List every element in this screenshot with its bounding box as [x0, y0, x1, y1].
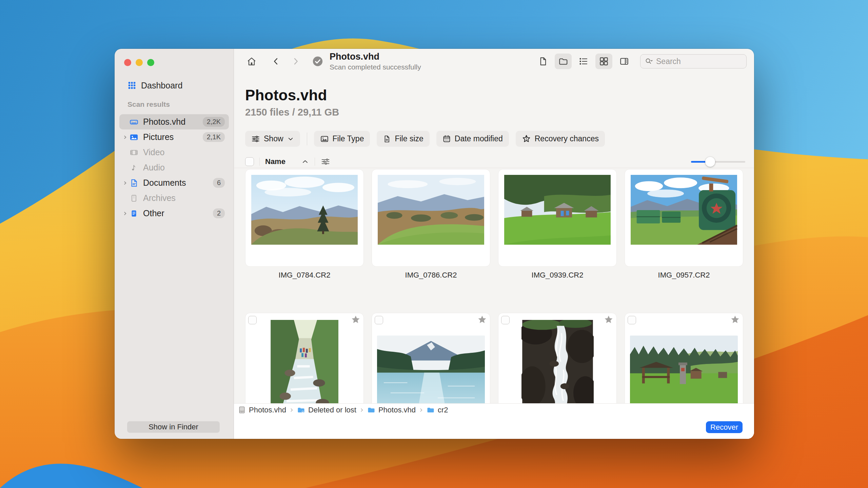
- show-in-finder-button[interactable]: Show in Finder: [127, 421, 220, 433]
- sidebar-item-other[interactable]: Other 2: [119, 206, 229, 221]
- close-window-button[interactable]: [124, 59, 131, 66]
- breadcrumb-item-photos-vhd[interactable]: Photos.vhd: [367, 406, 416, 414]
- grid-view-button[interactable]: [595, 54, 612, 69]
- sidebar-item-pictures[interactable]: Pictures 2,1K: [119, 129, 229, 145]
- search-input[interactable]: [656, 57, 742, 66]
- file-select-checkbox[interactable]: [248, 316, 257, 324]
- file-card[interactable]: [372, 169, 490, 267]
- file-icon: [383, 135, 391, 143]
- file-tile[interactable]: [498, 280, 617, 403]
- file-card[interactable]: [625, 313, 743, 403]
- search-field[interactable]: [640, 54, 747, 68]
- sort-column-label[interactable]: Name: [265, 157, 285, 166]
- sort-options-sliders-icon[interactable]: [320, 157, 331, 166]
- select-all-checkbox[interactable]: [245, 157, 254, 166]
- file-card[interactable]: [245, 313, 364, 403]
- file-card[interactable]: [372, 313, 490, 403]
- file-name[interactable]: IMG_0939.CR2: [498, 271, 617, 280]
- sidebar-item-documents[interactable]: Documents 6: [119, 175, 229, 190]
- file-grid: IMG_0784.CR2: [245, 169, 745, 403]
- file-type-filter-button[interactable]: File Type: [314, 131, 370, 147]
- disclosure-chevron-icon[interactable]: [121, 181, 129, 185]
- toolbar: Photos.vhd Scan completed successfully: [234, 49, 754, 74]
- recovery-chances-filter-button[interactable]: Recovery chances: [516, 131, 605, 147]
- photo-thumbnail-autumn-hills: [251, 175, 358, 245]
- file-tile[interactable]: [625, 280, 743, 403]
- sidebar-item-video[interactable]: Video: [119, 145, 229, 160]
- breadcrumb-item-cr2[interactable]: cr2: [427, 406, 448, 414]
- list-view-button[interactable]: [575, 54, 592, 69]
- file-card[interactable]: [498, 169, 617, 267]
- favorite-star-icon[interactable]: [730, 314, 740, 325]
- file-size-filter-button[interactable]: File size: [377, 131, 429, 147]
- page-subtitle: 2150 files / 29,11 GB: [245, 107, 754, 118]
- file-tile[interactable]: IMG_0939.CR2: [498, 169, 617, 280]
- folder-icon: [367, 406, 375, 414]
- breadcrumb-item-deleted-or-lost[interactable]: Deleted or lost: [297, 406, 356, 414]
- app-window: Dashboard Scan results Photos.vhd 2,2K: [115, 49, 754, 439]
- search-icon: [645, 57, 653, 65]
- file-tile[interactable]: IMG_0784.CR2: [245, 169, 364, 280]
- scan-status-check-icon: [312, 56, 323, 67]
- sidebar-item-dashboard[interactable]: Dashboard: [123, 78, 225, 93]
- list-header: Name: [234, 156, 754, 168]
- breadcrumb-item-root[interactable]: Photos.vhd: [238, 406, 286, 414]
- calendar-icon: [442, 135, 451, 143]
- file-view-button[interactable]: [534, 54, 551, 69]
- sidebar-scan-results-list: Photos.vhd 2,2K Pictures 2,1K: [119, 114, 229, 221]
- sidebar: Dashboard Scan results Photos.vhd 2,2K: [115, 49, 234, 439]
- photo-thumbnail-meadow-gazebo: [630, 336, 738, 403]
- favorite-star-icon[interactable]: [604, 314, 614, 325]
- toolbar-title-block: Photos.vhd Scan completed successfully: [330, 52, 421, 71]
- photo-thumbnail-green-meadow: [377, 175, 485, 245]
- sort-ascending-chevron-icon[interactable]: [301, 158, 309, 166]
- view-switcher: [534, 54, 633, 69]
- scan-results-section-label: Scan results: [127, 100, 170, 108]
- zoom-window-button[interactable]: [147, 59, 154, 66]
- favorite-star-icon[interactable]: [477, 314, 487, 325]
- breadcrumb-separator-icon: [359, 408, 364, 412]
- toolbar-status-text: Scan completed successfully: [330, 63, 421, 71]
- show-filter-button[interactable]: Show: [245, 131, 300, 147]
- file-select-checkbox[interactable]: [628, 316, 636, 324]
- disclosure-chevron-icon[interactable]: [121, 135, 129, 140]
- photo-thumbnail-village: [504, 175, 611, 245]
- minimize-window-button[interactable]: [136, 59, 143, 66]
- file-tile[interactable]: [372, 280, 490, 403]
- breadcrumb-separator-icon: [419, 408, 423, 412]
- file-name[interactable]: IMG_0786.CR2: [372, 271, 490, 280]
- back-button[interactable]: [271, 57, 281, 66]
- main-panel: Photos.vhd Scan completed successfully: [234, 49, 754, 439]
- count-badge: 2,1K: [203, 132, 225, 142]
- thumbnail-size-slider[interactable]: [691, 157, 745, 167]
- music-note-icon: [129, 164, 139, 172]
- home-button[interactable]: [246, 56, 257, 67]
- file-tile[interactable]: IMG_0957.CR2: [625, 169, 743, 280]
- file-card[interactable]: [625, 169, 743, 267]
- breadcrumb-separator-icon: [289, 408, 294, 412]
- page-header: Photos.vhd 2150 files / 29,11 GB: [245, 87, 754, 118]
- file-select-checkbox[interactable]: [501, 316, 510, 324]
- file-name[interactable]: IMG_0784.CR2: [245, 271, 364, 280]
- slider-thumb[interactable]: [705, 157, 715, 167]
- file-card[interactable]: [245, 169, 364, 267]
- file-tile[interactable]: [245, 280, 364, 403]
- sidebar-item-archives[interactable]: Archives: [119, 190, 229, 206]
- file-card[interactable]: [498, 313, 617, 403]
- file-tile[interactable]: IMG_0786.CR2: [372, 169, 490, 280]
- sliders-icon: [251, 135, 260, 143]
- file-name[interactable]: IMG_0957.CR2: [625, 271, 743, 280]
- sidebar-item-photos-vhd[interactable]: Photos.vhd 2,2K: [119, 114, 229, 129]
- forward-button[interactable]: [291, 57, 300, 66]
- favorite-star-icon[interactable]: [351, 314, 361, 325]
- file-select-checkbox[interactable]: [375, 316, 383, 324]
- toolbar-title: Photos.vhd: [330, 52, 421, 62]
- folder-view-button[interactable]: [555, 54, 572, 69]
- star-icon: [522, 134, 531, 143]
- preview-panel-button[interactable]: [616, 54, 633, 69]
- disclosure-chevron-icon[interactable]: [121, 211, 129, 216]
- sidebar-item-audio[interactable]: Audio: [119, 160, 229, 175]
- recover-button[interactable]: Recover: [706, 421, 743, 433]
- date-modified-filter-button[interactable]: Date modified: [436, 131, 509, 147]
- footer-bar: Recover: [234, 416, 754, 439]
